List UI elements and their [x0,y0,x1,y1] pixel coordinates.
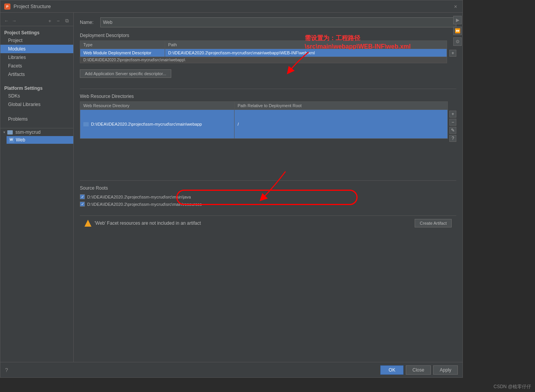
module-tree: ▼ ssm-mycrud Web [0,128,73,144]
cell-type: Web Module Deployment Descriptor [80,49,165,57]
sidebar-item-global-libraries[interactable]: Global Libraries [0,100,73,109]
deployment-table: Type Path Web Module Deployment Descript… [80,40,447,63]
fast-forward-button[interactable]: ⏩ [453,27,462,35]
title-bar-left: P Project Structure [4,3,51,10]
table-row-tooltip: D:\IDEA\IDEA2020.2\project\ssm-mycrud\sr… [80,57,447,63]
source-root-row-1: ✓ D:\IDEA\IDEA2020.2\project\ssm-mycrud\… [80,193,456,200]
web-resource-actions: + − ✎ ? [449,101,456,142]
content-area: ▶ ⏩ ⚙ Name: Deployment Descriptors Type … [74,13,462,362]
window-title: Project Structure [14,3,51,9]
sidebar-item-facets[interactable]: Facets [0,62,73,70]
web-resource-header: Web Resource Directories [80,94,456,99]
section-divider-2 [80,180,456,181]
play-button[interactable]: ▶ [453,16,462,24]
sidebar: ← → + − ⧉ Project Settings Project Modul… [0,13,74,362]
remove-module-button[interactable]: − [55,17,62,24]
add-descriptor-button[interactable]: + [449,50,456,57]
sidebar-item-sdks[interactable]: SDKs [0,92,73,100]
col-dir-header: Web Resource Directory [80,102,235,110]
section-divider-1 [80,89,456,89]
watermark: CSDN @梳零仔仔 [493,384,531,390]
deployment-descriptors-header: Deployment Descriptors [80,33,456,38]
tree-child-container: Web [0,136,73,144]
warning-text: 'Web' Facet resources are not included i… [95,220,201,226]
project-settings-label: Project Settings [0,28,73,36]
sidebar-item-problems[interactable]: Problems [0,115,73,123]
close-button[interactable]: Close [406,365,431,375]
dialog-body: ← → + − ⧉ Project Settings Project Modul… [0,13,462,362]
sidebar-item-project[interactable]: Project [0,36,73,45]
warning-left: 'Web' Facet resources are not included i… [84,220,201,227]
dialog-footer: ? OK Close Apply [0,362,462,377]
checkbox-java[interactable]: ✓ [80,194,85,199]
tree-item-ssm-mycrud[interactable]: ▼ ssm-mycrud [0,128,73,136]
sidebar-item-libraries[interactable]: Libraries [0,53,73,62]
web-resource-table-container: Web Resource Directory Path Relative to … [80,101,456,142]
edit-resource-button[interactable]: ✎ [449,127,456,134]
web-module-icon [9,137,14,143]
create-artifact-button[interactable]: Create Artifact [415,219,452,227]
checkbox-resources[interactable]: ✓ [80,202,85,207]
settings-button[interactable]: ⚙ [453,37,462,46]
project-structure-dialog: P Project Structure × ← → + − ⧉ Project … [0,0,463,378]
cell-web-path: / [235,110,448,139]
tree-item-web[interactable]: Web [7,136,73,144]
deployment-table-container: Type Path Web Module Deployment Descript… [80,40,456,66]
platform-settings-label: Platform Settings [0,83,73,92]
copy-module-button[interactable]: ⧉ [63,17,70,24]
help-button[interactable]: ? [5,367,8,373]
table-row[interactable]: D:\IDEA\IDEA2020.2\project\ssm-mycrud\sr… [80,110,448,139]
help-resource-button[interactable]: ? [449,135,456,142]
warning-bar: 'Web' Facet resources are not included i… [80,215,456,230]
col-type-header: Type [80,41,165,49]
tree-arrow-icon: ▼ [3,131,6,134]
apply-button[interactable]: Apply [433,365,458,375]
add-server-button[interactable]: Add Application Server specific descript… [80,69,171,78]
cell-path: D:\IDEA\IDEA2020.2\project\ssm-mycrud\sr… [165,49,447,57]
problems-section: Problems [0,115,73,123]
source-roots-header: Source Roots [80,185,456,191]
source-root-label-1: D:\IDEA\IDEA2020.2\project\ssm-mycrud\sr… [87,195,191,199]
source-root-row-2: ✓ D:\IDEA\IDEA2020.2\project\ssm-mycrud\… [80,200,456,208]
forward-button[interactable]: → [11,17,17,24]
name-row: Name: [80,17,456,27]
nav-arrows: ← → [3,17,17,24]
table-row[interactable]: Web Module Deployment Descriptor D:\IDEA… [80,49,447,57]
web-resource-spacer [80,145,456,176]
folder-blue-icon [83,122,89,126]
cell-web-dir: D:\IDEA\IDEA2020.2\project\ssm-mycrud\sr… [80,110,235,139]
sidebar-item-artifacts[interactable]: Artifacts [0,70,73,79]
app-icon: P [4,3,10,10]
sidebar-item-modules[interactable]: Modules [0,45,73,53]
col-path-header: Path [165,41,447,49]
web-resource-table: Web Resource Directory Path Relative to … [80,101,448,139]
source-root-label-2: D:\IDEA\IDEA2020.2\project\ssm-mycrud\sr… [87,202,202,207]
source-roots-list: ✓ D:\IDEA\IDEA2020.2\project\ssm-mycrud\… [80,193,456,208]
col-rel-path-header: Path Relative to Deployment Root [235,102,448,110]
ok-button[interactable]: OK [380,365,403,375]
window-close-button[interactable]: × [452,3,459,10]
add-resource-button[interactable]: + [449,111,456,118]
right-toolbar: ▶ ⏩ ⚙ [453,16,462,46]
sidebar-toolbar: ← → + − ⧉ [0,16,73,26]
remove-resource-button[interactable]: − [449,119,456,126]
back-button[interactable]: ← [3,17,10,24]
title-bar: P Project Structure × [0,0,462,13]
name-input[interactable] [100,17,456,27]
add-module-button[interactable]: + [46,17,53,24]
warning-icon [84,220,91,227]
name-label: Name: [80,20,97,25]
folder-icon [7,130,13,135]
